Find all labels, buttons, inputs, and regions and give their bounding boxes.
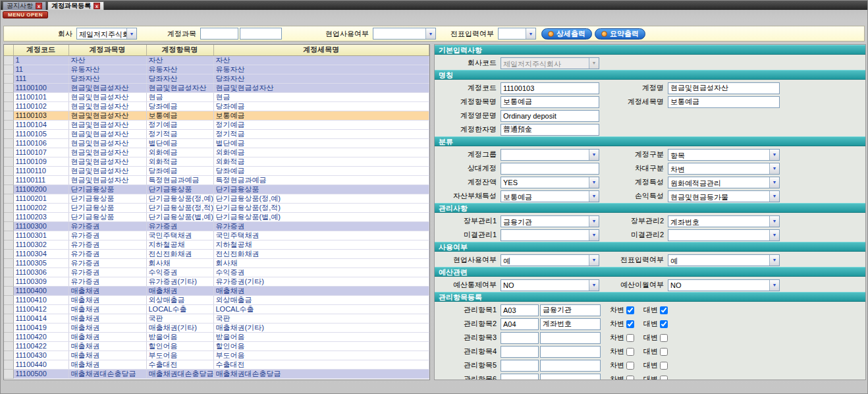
grid-cell-detail[interactable]: 지하철공채 <box>213 240 429 249</box>
grid-cell-code[interactable]: 11100412 <box>13 304 68 314</box>
grid-cell-detail[interactable]: 매출채권대손충당금 <box>213 369 429 378</box>
table-row[interactable]: 11100420매출채권받을어음받을어음 <box>4 332 429 341</box>
row-selector[interactable] <box>4 194 13 203</box>
grid-cell-code[interactable]: 11100110 <box>13 166 68 175</box>
row-selector[interactable] <box>4 175 13 184</box>
grid-cell-name[interactable]: 유가증권 <box>68 258 146 267</box>
grid-cell-item[interactable]: 보통예금 <box>146 111 213 120</box>
counter-account-input[interactable] <box>501 163 599 175</box>
grid-cell-detail[interactable]: 전신전화채권 <box>213 249 429 258</box>
grid-cell-item[interactable]: 유동자산 <box>146 65 213 74</box>
grid-cell-code[interactable]: 11100107 <box>13 148 68 157</box>
row-selector[interactable] <box>4 166 13 175</box>
grid-cell-item[interactable]: 회사채 <box>146 258 213 267</box>
chevron-down-icon[interactable]: ▼ <box>769 150 779 160</box>
table-row[interactable]: 11100300유가증권유가증권유가증권 <box>4 221 429 231</box>
grid-cell-item[interactable]: 전신전화채권 <box>146 249 213 258</box>
table-row[interactable]: 11100102현금및현금성자산당좌예금당좌예금 <box>4 101 429 111</box>
english-name-input[interactable] <box>501 110 599 122</box>
detail-print-button[interactable]: 상세출력 <box>541 28 592 40</box>
grid-cell-item[interactable]: 당좌예금 <box>146 101 213 111</box>
grid-cell-code[interactable]: 11100419 <box>13 323 68 332</box>
table-row[interactable]: 11100109현금및현금성자산외화적금외화적금 <box>4 157 429 166</box>
row-selector[interactable] <box>4 314 13 323</box>
account-balance-select[interactable]: YES▼ <box>501 177 599 188</box>
grid-cell-name[interactable]: 유가증권 <box>68 221 146 231</box>
slip-entry-select[interactable]: 예▼ <box>668 254 780 266</box>
grid-cell-detail[interactable]: 외상매출금 <box>213 295 429 304</box>
grid-cell-name[interactable]: 매출채권 <box>68 351 146 360</box>
mgmt-item-code-input[interactable] <box>501 304 539 316</box>
grid-cell-code[interactable]: 11100100 <box>13 83 68 92</box>
row-selector[interactable] <box>4 332 13 341</box>
table-row[interactable]: 11100306유가증권수익증권수익증권 <box>4 267 429 277</box>
grid-cell-item[interactable]: 당좌예금 <box>146 166 213 175</box>
profit-loss-trait-select[interactable]: 현금및현금등가물▼ <box>668 190 780 202</box>
grid-cell-name[interactable]: 매출채권 <box>68 314 146 323</box>
grid-cell-name[interactable]: 유가증권 <box>68 240 146 249</box>
grid-cell-item[interactable]: 외상매출금 <box>146 295 213 304</box>
grid-cell-name[interactable]: 자산 <box>68 55 146 65</box>
chevron-down-icon[interactable]: ▼ <box>769 163 779 174</box>
mgmt-item-name-input[interactable] <box>540 360 601 372</box>
grid-cell-detail[interactable]: 당좌자산 <box>213 74 429 83</box>
grid-cell-name[interactable]: 현금및현금성자산 <box>68 138 146 148</box>
grid-cell-name[interactable]: 현금및현금성자산 <box>68 111 146 120</box>
credit-checkbox[interactable] <box>660 376 668 381</box>
grid-cell-name[interactable]: 유가증권 <box>68 277 146 286</box>
row-selector[interactable] <box>4 286 13 295</box>
grid-cell-detail[interactable]: 부도어음 <box>213 351 429 360</box>
row-selector[interactable] <box>4 129 13 138</box>
grid-cell-code[interactable]: 11100111 <box>13 175 68 184</box>
chevron-down-icon[interactable]: ▼ <box>589 150 599 160</box>
table-row[interactable]: 11100110현금및현금성자산당좌예금당좌예금 <box>4 166 429 175</box>
row-selector[interactable] <box>4 83 13 92</box>
chevron-down-icon[interactable]: ▼ <box>425 28 435 39</box>
table-row[interactable]: 11100203단기금융상품단기금융상품(별,예)단기금융상품(별,예) <box>4 212 429 221</box>
row-selector[interactable] <box>4 360 13 369</box>
grid-cell-detail[interactable]: 할인어음 <box>213 341 429 351</box>
grid-cell-name[interactable]: 단기금융상품 <box>68 194 146 203</box>
table-row[interactable]: 11100301유가증권국민주택채권국민주택채권 <box>4 231 429 240</box>
detail-name-input[interactable] <box>668 96 780 108</box>
table-row[interactable]: 11100100현금및현금성자산현금및현금성자산현금및현금성자산 <box>4 83 429 92</box>
grid-cell-detail[interactable]: 매출채권 <box>213 286 429 295</box>
grid-cell-detail[interactable]: 수출대전 <box>213 360 429 369</box>
grid-cell-detail[interactable]: 받을어음 <box>213 332 429 341</box>
grid-cell-item[interactable]: 단기금융상품(정,적) <box>146 203 213 212</box>
grid-cell-detail[interactable]: 수익증권 <box>213 267 429 277</box>
debit-checkbox[interactable] <box>626 334 634 342</box>
row-selector[interactable] <box>4 341 13 351</box>
account-group-select[interactable]: ▼ <box>501 149 599 161</box>
mgmt-item-name-input[interactable] <box>540 346 601 358</box>
grid-cell-detail[interactable]: 단기금융상품 <box>213 184 429 194</box>
account-code-input[interactable] <box>501 82 599 94</box>
grid-cell-name[interactable]: 현금및현금성자산 <box>68 83 146 92</box>
grid-cell-item[interactable]: 매출채권 <box>146 286 213 295</box>
grid-cell-code[interactable]: 11100309 <box>13 277 68 286</box>
table-row[interactable]: 11100111현금및현금성자산특정현금과예금특정현금과예금 <box>4 175 429 184</box>
mgmt-item-code-input[interactable] <box>501 318 539 330</box>
chevron-down-icon[interactable]: ▼ <box>769 255 779 266</box>
table-row[interactable]: 11100422매출채권할인어음할인어음 <box>4 341 429 351</box>
table-row[interactable]: 1자산자산자산 <box>4 55 429 65</box>
table-row[interactable]: 11100419매출채권매출채권(기타)매출채권(기타) <box>4 323 429 332</box>
chevron-down-icon[interactable]: ▼ <box>589 177 599 188</box>
grid-cell-code[interactable]: 11100422 <box>13 341 68 351</box>
grid-cell-code[interactable]: 11100200 <box>13 184 68 194</box>
account-code-filter-input[interactable] <box>200 28 238 40</box>
grid-cell-code[interactable]: 11100420 <box>13 332 68 341</box>
grid-cell-detail[interactable]: 국민주택채권 <box>213 231 429 240</box>
debit-credit-division-select[interactable]: 차변▼ <box>668 163 780 175</box>
table-row[interactable]: 11100410매출채권외상매출금외상매출금 <box>4 295 429 304</box>
row-selector[interactable] <box>4 101 13 111</box>
grid-cell-code[interactable]: 1 <box>13 55 68 65</box>
grid-cell-detail[interactable]: LOCAL수출 <box>213 304 429 314</box>
mgmt-item-name-input[interactable] <box>540 304 601 316</box>
ledger-mgmt1-select[interactable]: 금융기관▼ <box>501 215 599 227</box>
credit-checkbox[interactable] <box>660 334 668 342</box>
grid-cell-item[interactable]: 할인어음 <box>146 341 213 351</box>
mgmt-item-code-input[interactable] <box>501 360 539 372</box>
row-selector[interactable] <box>4 74 13 83</box>
grid-cell-detail[interactable]: 외화적금 <box>213 157 429 166</box>
